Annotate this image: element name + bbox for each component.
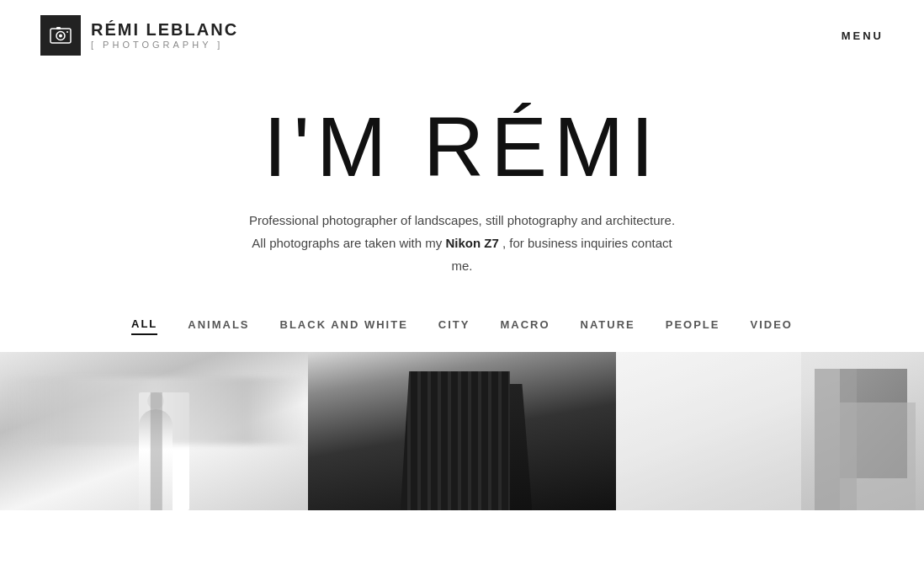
hero-desc-line1: Professional photographer of landscapes,…	[249, 213, 675, 227]
person-figure	[139, 409, 173, 510]
filter-nature[interactable]: NATURE	[581, 318, 635, 334]
logo-text: RÉMI LEBLANC [ PHOTOGRAPHY ]	[91, 19, 238, 51]
logo-icon	[40, 15, 81, 56]
filter-black-white[interactable]: BLACK AND WHITE	[280, 318, 408, 334]
filter-people[interactable]: PEOPLE	[666, 318, 720, 334]
dark-building	[401, 371, 510, 510]
building-short	[840, 402, 916, 510]
hero-camera: Nikon Z7	[445, 236, 498, 250]
hero-section: I'M RÉMI Professional photographer of la…	[0, 71, 924, 294]
photo-3[interactable]	[616, 352, 924, 510]
menu-button[interactable]: MENU	[842, 29, 884, 42]
filter-macro[interactable]: MACRO	[500, 318, 550, 334]
hero-description: Professional photographer of landscapes,…	[243, 209, 681, 277]
motion-blur	[0, 377, 308, 445]
svg-point-2	[59, 35, 62, 38]
hero-desc-line2-pre: All photographs are taken with my	[252, 236, 445, 250]
logo-name: RÉMI LEBLANC	[91, 19, 238, 40]
filter-city[interactable]: CITY	[438, 318, 470, 334]
filter-nav: ALL ANIMALS BLACK AND WHITE CITY MACRO N…	[0, 294, 924, 352]
logo-area[interactable]: RÉMI LEBLANC [ PHOTOGRAPHY ]	[40, 15, 238, 56]
photo-1[interactable]	[0, 352, 308, 510]
svg-point-4	[66, 31, 68, 33]
photo-2[interactable]	[308, 352, 616, 510]
logo-subtitle: [ PHOTOGRAPHY ]	[91, 40, 238, 51]
svg-rect-3	[56, 27, 61, 29]
filter-animals[interactable]: ANIMALS	[188, 318, 249, 334]
filter-video[interactable]: VIDEO	[751, 318, 793, 334]
photo-grid	[0, 352, 924, 510]
filter-all[interactable]: ALL	[131, 317, 157, 335]
hero-title: I'M RÉMI	[17, 104, 907, 189]
site-header: RÉMI LEBLANC [ PHOTOGRAPHY ] MENU	[0, 0, 924, 71]
